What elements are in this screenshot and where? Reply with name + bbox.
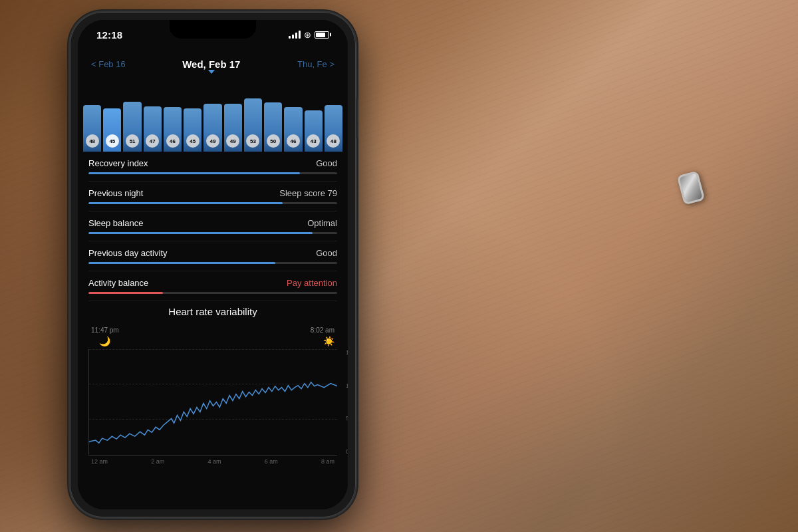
bar-item-10: 46 <box>284 107 302 152</box>
metric-bar-3 <box>88 262 275 264</box>
bar-fill-12: 48 <box>325 105 342 152</box>
current-date: Wed, Feb 17 <box>182 59 240 70</box>
bar-label-8: 53 <box>246 134 259 148</box>
metric-value-0: Good <box>316 158 337 168</box>
metric-value-1: Sleep score 79 <box>279 188 337 198</box>
x-label-12am: 12 am <box>91 458 108 465</box>
x-label-4am: 4 am <box>207 458 221 465</box>
metric-bar-4 <box>88 292 163 294</box>
bar-item-8: 53 <box>244 98 262 152</box>
hrv-chart: 11:47 pm 🌙 8:02 am ☀️ <box>88 327 337 460</box>
metric-row-1: Previous nightSleep score 79 <box>88 182 337 211</box>
bar-label-11: 43 <box>307 134 320 148</box>
metrics-list: Recovery indexGoodPrevious nightSleep sc… <box>78 152 348 301</box>
metric-bar-0 <box>88 172 300 174</box>
bar-fill-4: 46 <box>164 107 182 152</box>
metric-name-4: Activity balance <box>88 278 148 288</box>
x-label-2am: 2 am <box>151 458 164 465</box>
bar-fill-1: 45 <box>103 108 121 152</box>
hrv-section: Heart rate variability 11:47 pm 🌙 8:02 a… <box>78 306 348 460</box>
bar-item-7: 49 <box>224 104 242 152</box>
y-label-150: 150 <box>346 349 348 356</box>
metric-name-2: Sleep balance <box>88 218 143 228</box>
y-label-50: 50 <box>346 415 348 422</box>
bar-label-1: 45 <box>106 134 119 148</box>
bar-label-2: 51 <box>126 134 139 148</box>
bar-item-3: 47 <box>144 106 162 152</box>
recovery-chart: 48455147464549495350464348 <box>78 78 348 152</box>
bar-label-3: 47 <box>146 134 159 148</box>
bar-item-11: 43 <box>305 110 323 152</box>
metric-value-4: Pay attention <box>287 278 337 288</box>
metric-row-3: Previous day activityGood <box>88 241 337 271</box>
hrv-time-labels: 11:47 pm 🌙 8:02 am ☀️ <box>88 327 337 346</box>
wifi-icon: ⊛ <box>304 30 311 40</box>
bar-label-12: 48 <box>327 134 340 148</box>
y-label-0: 0 <box>346 448 348 455</box>
signal-icon <box>289 31 301 39</box>
metric-name-1: Previous night <box>88 188 143 198</box>
metric-value-3: Good <box>316 248 337 258</box>
bar-fill-3: 47 <box>144 106 162 152</box>
date-navigation[interactable]: < Feb 16 Wed, Feb 17 Thu, Fe > <box>78 49 348 78</box>
bar-fill-9: 50 <box>264 102 282 152</box>
status-icons: ⊛ <box>289 30 329 40</box>
date-indicator <box>208 70 215 74</box>
metric-bar-2 <box>88 232 313 234</box>
hrv-line-chart <box>89 349 337 455</box>
bar-label-4: 46 <box>166 134 180 148</box>
bar-item-0: 48 <box>83 105 101 152</box>
bar-fill-8: 53 <box>244 98 262 152</box>
metric-bar-1 <box>88 202 283 204</box>
hrv-end-time: 8:02 am ☀️ <box>311 327 334 346</box>
bar-item-12: 48 <box>325 105 342 152</box>
bar-label-10: 46 <box>287 134 300 148</box>
bar-fill-10: 46 <box>284 107 302 152</box>
phone-frame: 12:18 ⊛ <box>70 12 356 517</box>
screen-content: 12:18 ⊛ <box>78 20 348 509</box>
bar-label-9: 50 <box>267 134 280 148</box>
prev-day-button[interactable]: < Feb 16 <box>91 59 126 69</box>
battery-icon <box>315 31 329 39</box>
bar-label-0: 48 <box>86 134 99 148</box>
bar-label-7: 49 <box>226 134 239 148</box>
metric-row-4: Activity balancePay attention <box>88 271 337 301</box>
bar-item-4: 46 <box>164 107 182 152</box>
bar-fill-2: 51 <box>123 102 141 152</box>
bar-item-9: 50 <box>264 102 282 152</box>
bar-label-6: 49 <box>206 134 219 148</box>
metric-name-0: Recovery index <box>88 158 148 168</box>
status-time: 12:18 <box>96 29 122 41</box>
metric-name-3: Previous day activity <box>88 248 168 258</box>
hrv-start-time: 11:47 pm 🌙 <box>91 327 119 346</box>
bar-item-2: 51 <box>123 102 141 152</box>
bar-fill-6: 49 <box>203 104 221 152</box>
hrv-y-axis: 150 100 50 0 <box>346 349 348 455</box>
hrv-chart-area: 150 100 50 0 <box>88 349 337 456</box>
bar-fill-7: 49 <box>224 104 242 152</box>
bar-fill-0: 48 <box>83 105 101 152</box>
x-label-8am: 8 am <box>321 458 334 465</box>
bar-label-5: 45 <box>186 134 200 148</box>
phone-screen: 12:18 ⊛ <box>78 20 348 509</box>
bar-item-6: 49 <box>203 104 221 152</box>
bar-item-1: 45 <box>103 108 121 152</box>
bar-fill-11: 43 <box>305 110 323 152</box>
bar-fill-5: 45 <box>184 108 201 152</box>
phone-notch <box>170 20 256 39</box>
hrv-title: Heart rate variability <box>88 306 337 317</box>
x-label-6am: 6 am <box>265 458 278 465</box>
metric-row-0: Recovery indexGood <box>88 152 337 182</box>
bar-item-5: 45 <box>184 108 201 152</box>
hrv-x-axis: 12 am 2 am 4 am 6 am 8 am <box>88 456 337 465</box>
next-day-button[interactable]: Thu, Fe > <box>297 59 334 69</box>
phone-device: 12:18 ⊛ <box>70 12 356 517</box>
metric-value-2: Optimal <box>307 218 337 228</box>
metric-row-2: Sleep balanceOptimal <box>88 211 337 241</box>
y-label-100: 100 <box>346 382 348 389</box>
